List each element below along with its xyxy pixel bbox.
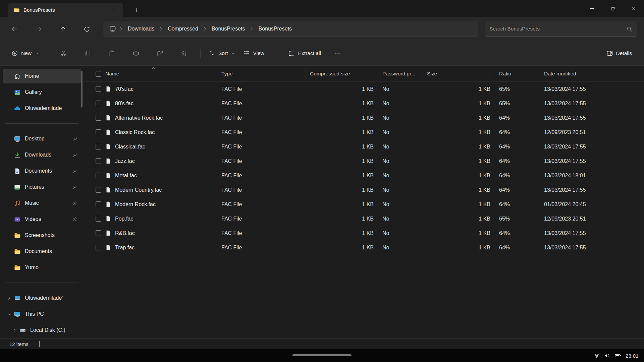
address-bar[interactable]: Downloads Compressed BonusPresets BonusP… (103, 21, 478, 37)
details-button[interactable]: Details (602, 46, 636, 61)
search-icon[interactable] (626, 26, 633, 32)
column-header-name[interactable]: Name (84, 69, 217, 79)
row-checkbox[interactable] (96, 230, 101, 236)
sidebar-item-yumo[interactable]: Yumo (3, 260, 81, 275)
share-button[interactable] (152, 46, 168, 61)
refresh-button[interactable] (79, 22, 95, 37)
sidebar-item-desktop[interactable]: Desktop (3, 131, 81, 146)
file-type: FAC File (217, 129, 306, 135)
breadcrumb-downloads[interactable]: Downloads (125, 24, 157, 34)
column-header-type[interactable]: Type (217, 69, 306, 79)
videos-icon (13, 216, 21, 223)
copy-button[interactable] (80, 46, 95, 61)
sidebar-item-screenshots[interactable]: Screenshots (3, 228, 81, 243)
row-checkbox[interactable] (96, 101, 101, 106)
row-checkbox[interactable] (96, 173, 101, 178)
view-button[interactable]: View (239, 46, 275, 61)
table-row[interactable]: Pop.fac FAC File 1 KB No 1 KB 65% 12/09/… (84, 212, 644, 226)
trash-icon (181, 50, 188, 57)
explorer-tab[interactable]: BonusPresets (8, 3, 123, 17)
table-row[interactable]: Modern Country.fac FAC File 1 KB No 1 KB… (84, 183, 644, 197)
taskbar: 23:01 (0, 349, 644, 362)
row-checkbox[interactable] (96, 201, 101, 207)
sidebar-item-home[interactable]: Home (3, 69, 81, 83)
file-ratio: 64% (495, 115, 540, 121)
taskbar-handle[interactable] (292, 354, 352, 356)
more-options-button[interactable] (329, 46, 345, 61)
maximize-button[interactable] (602, 0, 623, 17)
file-password-protected: No (378, 129, 423, 135)
breadcrumb-bonuspresets-current[interactable]: BonusPresets (255, 24, 295, 34)
sidebar-item-videos[interactable]: Videos (3, 212, 81, 227)
sidebar-item-this-pc[interactable]: This PC (3, 307, 81, 321)
column-header-password[interactable]: Password pr... (378, 69, 423, 79)
column-header-date-modified[interactable]: Date modified (540, 69, 644, 79)
rename-button[interactable] (128, 46, 144, 61)
paste-button[interactable] (104, 46, 119, 61)
row-checkbox[interactable] (96, 158, 101, 164)
row-checkbox[interactable] (96, 115, 101, 121)
battery-icon[interactable] (614, 352, 621, 359)
toolbar-separator (47, 49, 47, 58)
chevron-down-icon[interactable] (5, 312, 13, 316)
sidebar-scrollbar[interactable] (81, 71, 83, 108)
tab-close-icon[interactable] (110, 5, 119, 14)
sidebar-item-local-disk-c[interactable]: Local Disk (C:) (8, 323, 81, 338)
row-checkbox[interactable] (96, 86, 101, 92)
volume-icon[interactable] (604, 353, 610, 359)
sidebar-item-pictures[interactable]: Pictures (3, 180, 81, 194)
new-tab-button[interactable] (131, 5, 142, 15)
toolbar-separator (280, 49, 280, 58)
sidebar-item-documents-folder[interactable]: Documents (3, 244, 81, 259)
select-all-checkbox[interactable] (96, 71, 101, 77)
this-pc-icon[interactable] (108, 25, 117, 32)
back-button[interactable] (7, 22, 22, 37)
sidebar-item-downloads[interactable]: Downloads (3, 147, 81, 162)
pin-icon (72, 184, 78, 190)
row-checkbox[interactable] (96, 216, 101, 222)
new-button[interactable]: New (7, 46, 43, 61)
table-row[interactable]: Alternative Rock.fac FAC File 1 KB No 1 … (84, 111, 644, 125)
row-checkbox[interactable] (96, 187, 101, 193)
column-header-size[interactable]: Size (423, 69, 495, 79)
up-button[interactable] (55, 22, 70, 37)
table-row[interactable]: Classical.fac FAC File 1 KB No 1 KB 64% … (84, 139, 644, 154)
sidebar-item-music[interactable]: Music (3, 196, 81, 210)
row-checkbox[interactable] (96, 129, 101, 135)
table-row[interactable]: Metal.fac FAC File 1 KB No 1 KB 64% 13/0… (84, 168, 644, 183)
delete-button[interactable] (176, 46, 192, 61)
extract-all-button[interactable]: Extract all (284, 46, 325, 61)
table-row[interactable]: R&B.fac FAC File 1 KB No 1 KB 64% 13/03/… (84, 226, 644, 240)
breadcrumb-compressed[interactable]: Compressed (165, 24, 201, 34)
clock[interactable]: 23:01 (626, 353, 639, 359)
row-checkbox[interactable] (96, 144, 101, 149)
file-ratio: 64% (495, 129, 540, 135)
chevron-right-icon[interactable] (5, 106, 13, 111)
sort-button[interactable]: Sort (205, 46, 239, 61)
sidebar-item-documents[interactable]: Documents (3, 164, 81, 178)
column-header-compressed-size[interactable]: Compressed size (306, 69, 378, 79)
cut-button[interactable] (56, 46, 71, 61)
restore-icon (610, 6, 616, 11)
minimize-button[interactable] (582, 0, 602, 17)
sidebar-item-onedrive[interactable]: Oluwademilade (3, 101, 81, 116)
file-type: FAC File (217, 245, 306, 251)
forward-button[interactable] (31, 22, 46, 37)
table-row[interactable]: Trap.fac FAC File 1 KB No 1 KB 64% 13/03… (84, 240, 644, 255)
file-ratio: 64% (495, 245, 540, 251)
column-header-ratio[interactable]: Ratio (495, 69, 540, 79)
close-button[interactable] (623, 0, 644, 17)
table-row[interactable]: Jazz.fac FAC File 1 KB No 1 KB 64% 13/03… (84, 154, 644, 168)
table-row[interactable]: 70's.fac FAC File 1 KB No 1 KB 65% 13/03… (84, 82, 644, 96)
breadcrumb-bonuspresets[interactable]: BonusPresets (209, 24, 248, 34)
chevron-right-icon[interactable] (5, 296, 13, 300)
table-row[interactable]: Modern Rock.fac FAC File 1 KB No 1 KB 64… (84, 197, 644, 212)
search-input[interactable] (489, 26, 623, 32)
table-row[interactable]: Classic Rock.fac FAC File 1 KB No 1 KB 6… (84, 125, 644, 139)
sidebar-item-gallery[interactable]: Gallery (3, 85, 81, 100)
row-checkbox[interactable] (96, 245, 101, 250)
wifi-icon[interactable] (594, 353, 600, 359)
chevron-right-icon[interactable] (10, 328, 19, 333)
sidebar-item-user-device[interactable]: Oluwademilade' (3, 291, 81, 305)
table-row[interactable]: 80's.fac FAC File 1 KB No 1 KB 65% 13/03… (84, 96, 644, 111)
